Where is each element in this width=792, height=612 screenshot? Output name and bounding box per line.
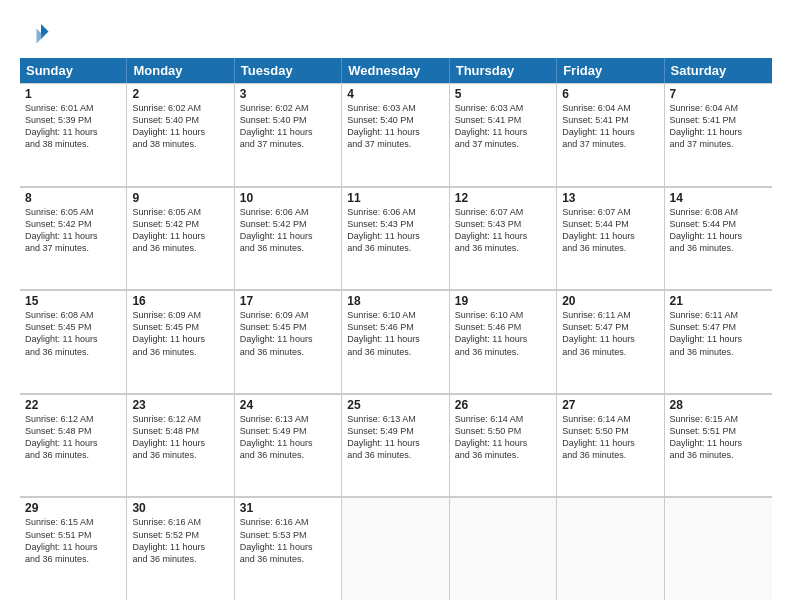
day-number: 24 — [240, 398, 336, 412]
cell-info: Sunrise: 6:14 AM Sunset: 5:50 PM Dayligh… — [455, 413, 551, 462]
cell-info: Sunrise: 6:10 AM Sunset: 5:46 PM Dayligh… — [347, 309, 443, 358]
day-number: 21 — [670, 294, 767, 308]
cell-info: Sunrise: 6:12 AM Sunset: 5:48 PM Dayligh… — [25, 413, 121, 462]
calendar-cell: 16Sunrise: 6:09 AM Sunset: 5:45 PM Dayli… — [127, 290, 234, 393]
page: Sunday Monday Tuesday Wednesday Thursday… — [0, 0, 792, 612]
day-number: 4 — [347, 87, 443, 101]
cell-info: Sunrise: 6:08 AM Sunset: 5:45 PM Dayligh… — [25, 309, 121, 358]
calendar-cell: 28Sunrise: 6:15 AM Sunset: 5:51 PM Dayli… — [665, 394, 772, 497]
cell-info: Sunrise: 6:03 AM Sunset: 5:40 PM Dayligh… — [347, 102, 443, 151]
cell-info: Sunrise: 6:04 AM Sunset: 5:41 PM Dayligh… — [562, 102, 658, 151]
calendar-week-2: 8Sunrise: 6:05 AM Sunset: 5:42 PM Daylig… — [20, 187, 772, 291]
day-number: 8 — [25, 191, 121, 205]
calendar-cell: 1Sunrise: 6:01 AM Sunset: 5:39 PM Daylig… — [20, 83, 127, 186]
cell-info: Sunrise: 6:11 AM Sunset: 5:47 PM Dayligh… — [562, 309, 658, 358]
header — [20, 18, 772, 48]
calendar-cell: 20Sunrise: 6:11 AM Sunset: 5:47 PM Dayli… — [557, 290, 664, 393]
calendar-cell: 6Sunrise: 6:04 AM Sunset: 5:41 PM Daylig… — [557, 83, 664, 186]
cell-info: Sunrise: 6:14 AM Sunset: 5:50 PM Dayligh… — [562, 413, 658, 462]
calendar-cell: 30Sunrise: 6:16 AM Sunset: 5:52 PM Dayli… — [127, 497, 234, 600]
cell-info: Sunrise: 6:06 AM Sunset: 5:42 PM Dayligh… — [240, 206, 336, 255]
cell-info: Sunrise: 6:01 AM Sunset: 5:39 PM Dayligh… — [25, 102, 121, 151]
calendar-cell: 29Sunrise: 6:15 AM Sunset: 5:51 PM Dayli… — [20, 497, 127, 600]
day-number: 23 — [132, 398, 228, 412]
calendar-cell: 25Sunrise: 6:13 AM Sunset: 5:49 PM Dayli… — [342, 394, 449, 497]
day-number: 19 — [455, 294, 551, 308]
calendar-cell: 12Sunrise: 6:07 AM Sunset: 5:43 PM Dayli… — [450, 187, 557, 290]
day-number: 15 — [25, 294, 121, 308]
calendar: Sunday Monday Tuesday Wednesday Thursday… — [20, 58, 772, 600]
calendar-week-1: 1Sunrise: 6:01 AM Sunset: 5:39 PM Daylig… — [20, 83, 772, 187]
day-number: 3 — [240, 87, 336, 101]
day-number: 10 — [240, 191, 336, 205]
day-number: 6 — [562, 87, 658, 101]
header-thursday: Thursday — [450, 58, 557, 83]
calendar-week-4: 22Sunrise: 6:12 AM Sunset: 5:48 PM Dayli… — [20, 394, 772, 498]
day-number: 28 — [670, 398, 767, 412]
calendar-cell: 9Sunrise: 6:05 AM Sunset: 5:42 PM Daylig… — [127, 187, 234, 290]
calendar-cell — [557, 497, 664, 600]
calendar-cell: 5Sunrise: 6:03 AM Sunset: 5:41 PM Daylig… — [450, 83, 557, 186]
day-number: 20 — [562, 294, 658, 308]
cell-info: Sunrise: 6:08 AM Sunset: 5:44 PM Dayligh… — [670, 206, 767, 255]
calendar-header: Sunday Monday Tuesday Wednesday Thursday… — [20, 58, 772, 83]
calendar-body: 1Sunrise: 6:01 AM Sunset: 5:39 PM Daylig… — [20, 83, 772, 600]
calendar-cell: 7Sunrise: 6:04 AM Sunset: 5:41 PM Daylig… — [665, 83, 772, 186]
calendar-cell: 24Sunrise: 6:13 AM Sunset: 5:49 PM Dayli… — [235, 394, 342, 497]
calendar-cell: 4Sunrise: 6:03 AM Sunset: 5:40 PM Daylig… — [342, 83, 449, 186]
cell-info: Sunrise: 6:16 AM Sunset: 5:52 PM Dayligh… — [132, 516, 228, 565]
cell-info: Sunrise: 6:04 AM Sunset: 5:41 PM Dayligh… — [670, 102, 767, 151]
cell-info: Sunrise: 6:11 AM Sunset: 5:47 PM Dayligh… — [670, 309, 767, 358]
day-number: 11 — [347, 191, 443, 205]
cell-info: Sunrise: 6:03 AM Sunset: 5:41 PM Dayligh… — [455, 102, 551, 151]
day-number: 7 — [670, 87, 767, 101]
cell-info: Sunrise: 6:05 AM Sunset: 5:42 PM Dayligh… — [132, 206, 228, 255]
cell-info: Sunrise: 6:16 AM Sunset: 5:53 PM Dayligh… — [240, 516, 336, 565]
calendar-cell: 8Sunrise: 6:05 AM Sunset: 5:42 PM Daylig… — [20, 187, 127, 290]
cell-info: Sunrise: 6:12 AM Sunset: 5:48 PM Dayligh… — [132, 413, 228, 462]
calendar-cell: 31Sunrise: 6:16 AM Sunset: 5:53 PM Dayli… — [235, 497, 342, 600]
calendar-cell: 13Sunrise: 6:07 AM Sunset: 5:44 PM Dayli… — [557, 187, 664, 290]
calendar-cell — [665, 497, 772, 600]
calendar-cell — [342, 497, 449, 600]
day-number: 25 — [347, 398, 443, 412]
day-number: 30 — [132, 501, 228, 515]
day-number: 2 — [132, 87, 228, 101]
day-number: 12 — [455, 191, 551, 205]
calendar-cell: 18Sunrise: 6:10 AM Sunset: 5:46 PM Dayli… — [342, 290, 449, 393]
cell-info: Sunrise: 6:07 AM Sunset: 5:44 PM Dayligh… — [562, 206, 658, 255]
calendar-week-3: 15Sunrise: 6:08 AM Sunset: 5:45 PM Dayli… — [20, 290, 772, 394]
calendar-cell: 19Sunrise: 6:10 AM Sunset: 5:46 PM Dayli… — [450, 290, 557, 393]
cell-info: Sunrise: 6:13 AM Sunset: 5:49 PM Dayligh… — [347, 413, 443, 462]
cell-info: Sunrise: 6:06 AM Sunset: 5:43 PM Dayligh… — [347, 206, 443, 255]
day-number: 14 — [670, 191, 767, 205]
cell-info: Sunrise: 6:10 AM Sunset: 5:46 PM Dayligh… — [455, 309, 551, 358]
calendar-cell: 15Sunrise: 6:08 AM Sunset: 5:45 PM Dayli… — [20, 290, 127, 393]
day-number: 1 — [25, 87, 121, 101]
cell-info: Sunrise: 6:13 AM Sunset: 5:49 PM Dayligh… — [240, 413, 336, 462]
calendar-cell: 21Sunrise: 6:11 AM Sunset: 5:47 PM Dayli… — [665, 290, 772, 393]
day-number: 9 — [132, 191, 228, 205]
logo-icon — [20, 18, 50, 48]
header-saturday: Saturday — [665, 58, 772, 83]
day-number: 17 — [240, 294, 336, 308]
logo — [20, 18, 54, 48]
day-number: 5 — [455, 87, 551, 101]
calendar-cell: 11Sunrise: 6:06 AM Sunset: 5:43 PM Dayli… — [342, 187, 449, 290]
cell-info: Sunrise: 6:09 AM Sunset: 5:45 PM Dayligh… — [132, 309, 228, 358]
header-monday: Monday — [127, 58, 234, 83]
day-number: 26 — [455, 398, 551, 412]
cell-info: Sunrise: 6:15 AM Sunset: 5:51 PM Dayligh… — [670, 413, 767, 462]
calendar-cell: 23Sunrise: 6:12 AM Sunset: 5:48 PM Dayli… — [127, 394, 234, 497]
header-sunday: Sunday — [20, 58, 127, 83]
calendar-cell: 26Sunrise: 6:14 AM Sunset: 5:50 PM Dayli… — [450, 394, 557, 497]
cell-info: Sunrise: 6:02 AM Sunset: 5:40 PM Dayligh… — [132, 102, 228, 151]
calendar-cell: 22Sunrise: 6:12 AM Sunset: 5:48 PM Dayli… — [20, 394, 127, 497]
calendar-cell: 3Sunrise: 6:02 AM Sunset: 5:40 PM Daylig… — [235, 83, 342, 186]
calendar-week-5: 29Sunrise: 6:15 AM Sunset: 5:51 PM Dayli… — [20, 497, 772, 600]
calendar-cell: 27Sunrise: 6:14 AM Sunset: 5:50 PM Dayli… — [557, 394, 664, 497]
day-number: 29 — [25, 501, 121, 515]
cell-info: Sunrise: 6:15 AM Sunset: 5:51 PM Dayligh… — [25, 516, 121, 565]
day-number: 22 — [25, 398, 121, 412]
day-number: 31 — [240, 501, 336, 515]
